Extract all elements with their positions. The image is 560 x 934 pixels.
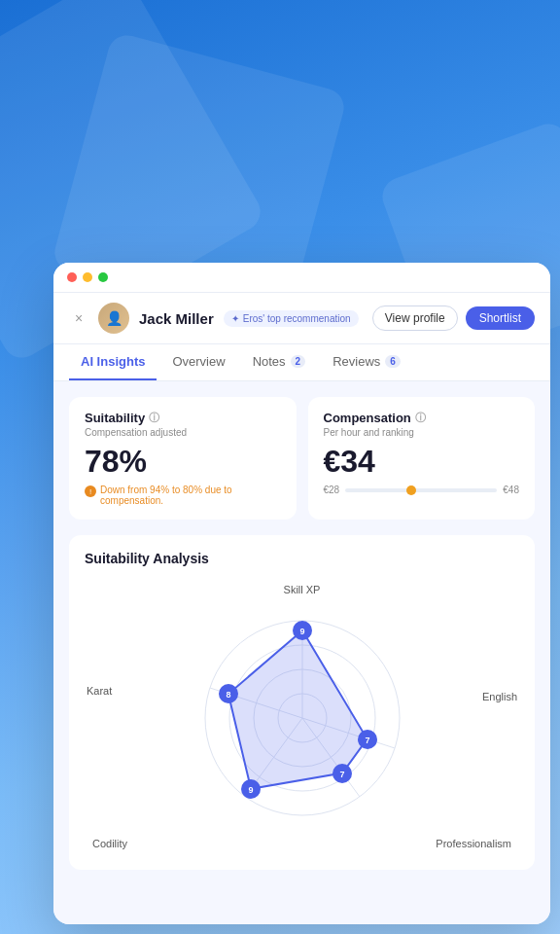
radar-svg: 9 7 7 9 8 [176, 592, 429, 844]
header-actions: View profile Shortlist [372, 305, 535, 331]
badge-icon: ✦ [231, 313, 239, 324]
svg-text:9: 9 [248, 785, 253, 795]
suitability-subtitle: Compensation adjusted [85, 427, 281, 438]
suitability-value: 78% [85, 446, 281, 477]
dot-green [98, 272, 108, 282]
suitability-warning: ! Down from 94% to 80% due to compensati… [85, 485, 281, 506]
analysis-title: Suitability Analysis [85, 551, 519, 566]
range-dot [406, 485, 416, 495]
compensation-subtitle: Per hour and ranking [324, 427, 520, 438]
candidate-name: Jack Miller [139, 310, 214, 327]
radar-chart: 9 7 7 9 8 Skill XP English [85, 582, 519, 854]
compensation-info-icon: ⓘ [415, 411, 426, 425]
warning-icon: ! [85, 485, 96, 497]
comp-max: €48 [503, 485, 519, 495]
suitability-card: Suitability ⓘ Compensation adjusted 78% … [69, 397, 297, 520]
compensation-value: €34 [324, 446, 520, 477]
suitability-title: Suitability ⓘ [85, 411, 281, 425]
reviews-badge: 6 [385, 355, 401, 368]
svg-text:9: 9 [299, 627, 304, 636]
compensation-title: Compensation ⓘ [324, 411, 520, 425]
label-professionalism: Professionalism [436, 838, 511, 849]
candidate-header: × 👤 Jack Miller ✦ Eros' top recommenatio… [53, 293, 550, 344]
svg-text:8: 8 [226, 690, 230, 700]
dot-yellow [83, 272, 92, 282]
label-karat: Karat [87, 685, 112, 697]
notes-badge: 2 [291, 355, 306, 368]
svg-text:7: 7 [365, 736, 369, 745]
tabs-bar: AI Insights Overview Notes 2 Reviews 6 [53, 344, 550, 381]
svg-text:7: 7 [339, 770, 344, 779]
comp-min: €28 [324, 485, 340, 495]
label-english: English [482, 691, 517, 702]
tab-ai-insights[interactable]: AI Insights [69, 344, 157, 380]
suitability-info-icon: ⓘ [149, 411, 159, 425]
avatar: 👤 [98, 303, 129, 334]
content-area: Suitability ⓘ Compensation adjusted 78% … [53, 381, 550, 924]
tab-reviews[interactable]: Reviews 6 [321, 344, 412, 380]
dot-red [67, 272, 77, 282]
view-profile-button[interactable]: View profile [372, 305, 458, 331]
tab-notes[interactable]: Notes 2 [241, 344, 318, 380]
tab-overview[interactable]: Overview [160, 344, 236, 380]
shortlist-button[interactable]: Shortlist [466, 306, 535, 330]
compensation-range: €28 €48 [324, 485, 520, 495]
close-button[interactable]: × [69, 308, 88, 328]
analysis-section: Suitability Analysis [69, 535, 535, 870]
label-codility: Codility [92, 838, 127, 849]
range-bar [345, 488, 497, 492]
window-chrome [53, 263, 550, 293]
metrics-row: Suitability ⓘ Compensation adjusted 78% … [69, 397, 535, 520]
compensation-card: Compensation ⓘ Per hour and ranking €34 … [308, 397, 536, 520]
label-skill-xp: Skill XP [284, 584, 321, 595]
recommendation-badge: ✦ Eros' top recommenation [224, 310, 359, 327]
badge-text: Eros' top recommenation [243, 313, 351, 324]
main-card: × 👤 Jack Miller ✦ Eros' top recommenatio… [53, 263, 550, 924]
